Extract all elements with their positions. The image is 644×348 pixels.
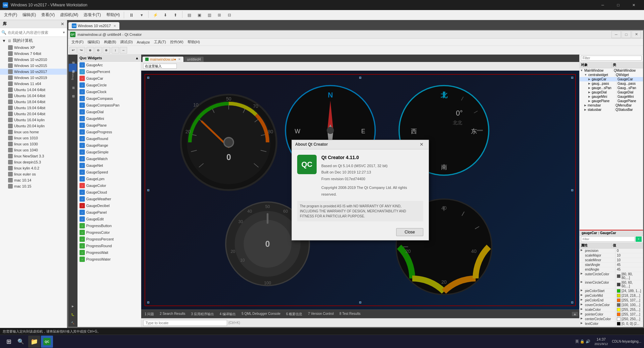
left-icon-edit[interactable]: 编辑 (69, 55, 77, 63)
widget-item[interactable]: ○ProgressButton (77, 222, 141, 229)
widget-item[interactable]: ○GaugeCircle (77, 82, 141, 88)
prop-row[interactable]: ▶pointerColor[255, 107,...] (580, 312, 643, 317)
vm-tree-item[interactable]: linux uos 1010 (0, 135, 67, 141)
tree-root[interactable]: ▼ 🖥 我的计算机 (0, 37, 67, 45)
prop-row[interactable]: ▶pieColorMid[218, 218,...] (580, 293, 643, 298)
vm-tree-item[interactable]: Windows 11 x64 (0, 81, 67, 87)
toolbar-btn-2[interactable]: ↪ (77, 47, 85, 54)
widget-item[interactable]: ○GaugeWeather (77, 196, 141, 202)
vm-tree-item[interactable]: mac 10.14 (0, 177, 67, 183)
widget-item[interactable]: ○ProgressPercent (77, 236, 141, 242)
prop-row[interactable]: endAngle45 (580, 267, 643, 272)
right-tree-row[interactable]: ▶gaugeMiniGaugeMini (580, 94, 643, 99)
widget-panel-collapse[interactable]: ▲ (135, 56, 139, 60)
qt-menu-controls[interactable]: 控件(W) (168, 39, 185, 45)
widget-item[interactable]: ○GaugeCompassPan (77, 102, 141, 109)
menu-file[interactable]: 文件(F) (1, 11, 20, 19)
widget-item[interactable]: ○GaugeCar (77, 75, 141, 82)
toolbar-btn-7[interactable]: ↔ (120, 47, 127, 54)
vm-tree-item[interactable]: Windows 10 vs2010 (0, 57, 67, 63)
widget-item[interactable]: ○GaugeCompass (77, 95, 141, 102)
vm-tree-item[interactable]: Ubuntu 16.04 64bit (0, 93, 67, 99)
vm-tree-item[interactable]: linux kylin 4.0.2 (0, 165, 67, 171)
qt-menu-file[interactable]: 文件(F) (69, 39, 86, 45)
bottom-tab[interactable]: 5 QML Debugger Console (239, 311, 283, 317)
widget-item[interactable]: ○GaugeEdit (77, 216, 141, 222)
prop-row[interactable]: ▶innerCircleColor[60, 60, 60,...] (580, 280, 643, 289)
widget-item[interactable]: ○GaugeCloud (77, 189, 141, 196)
restore-button[interactable]: □ (610, 0, 626, 10)
prop-row[interactable]: ▶textColor[0, 0, 0] (2... (580, 322, 643, 326)
left-icon-run[interactable]: ▶ (69, 302, 77, 310)
widget-item[interactable]: ○GaugePlane (77, 122, 141, 129)
vm-tree-item[interactable]: linux NewStart 3.3 (0, 153, 67, 159)
right-filter-input[interactable] (581, 56, 642, 61)
vm-tree-item[interactable]: Ubuntu 16.04 kylin (0, 117, 67, 123)
vm-tree-item[interactable]: mac 10.15 (0, 183, 67, 189)
start-button[interactable]: ⊞ (3, 336, 15, 348)
vm-tree-item[interactable]: Windows XP (0, 45, 67, 51)
bottom-tab[interactable]: 1 问题 (142, 311, 157, 317)
right-tree-row[interactable]: ▶gaugeCarGaugeCar (580, 77, 643, 81)
taskbar-file-explorer[interactable]: 📁 (28, 336, 40, 348)
widget-item[interactable]: ○GaugeColor (77, 182, 141, 189)
right-tree-row[interactable]: ▶gauge...sPanGaug...sPan (580, 86, 643, 90)
sidebar-search-input[interactable] (8, 30, 62, 34)
vm-tab[interactable]: VM Windows 10 vs2017 ✕ (68, 22, 119, 29)
menu-tabs[interactable]: 选项卡(T) (81, 11, 103, 19)
left-icon-help[interactable]: 帮助 (69, 89, 77, 97)
toolbar-btn-3[interactable]: ⊕ (87, 47, 94, 54)
right-tree-row[interactable]: ▶menubarQMenuBar (580, 103, 643, 108)
upload-button[interactable]: ⬆ (171, 11, 180, 19)
left-icon-debug[interactable]: Debug (69, 72, 77, 80)
qt-restore-btn[interactable]: □ (622, 31, 631, 38)
widget-item[interactable]: ○GaugeDial (77, 109, 141, 115)
left-icon-design[interactable]: 设计 (69, 64, 77, 72)
widget-item[interactable]: ○GaugeProgress (77, 129, 141, 135)
toolbar-dropdown[interactable]: ▼ (137, 11, 146, 19)
prop-row[interactable]: ▶centerCircleColor[250, 250,...] (580, 317, 643, 322)
widget-item[interactable]: ○GaugeArc (77, 62, 141, 68)
widget-item[interactable]: ○ProgressColor (77, 229, 141, 236)
qt-menu-build[interactable]: 构建(B) (102, 39, 118, 45)
bottom-tab[interactable]: 6 概要信息 (283, 311, 305, 317)
left-icon-debug-run[interactable]: 🐛 (69, 310, 77, 319)
close-button[interactable]: ✕ (626, 0, 641, 10)
vm-tree-item[interactable]: Ubuntu 19.04 64bit (0, 105, 67, 111)
widget-item[interactable]: ○ProgressWater (77, 256, 141, 263)
menu-help[interactable]: 帮助(H) (104, 11, 123, 19)
right-tree-row[interactable]: ▶statusbarQStatusBar (580, 108, 643, 112)
right-tree-row[interactable]: ▶gaugeDialGaugeDial (580, 90, 643, 94)
minimize-button[interactable]: ─ (595, 0, 610, 10)
widget-item[interactable]: ○GaugeRange (77, 142, 141, 149)
prop-row[interactable]: ▶precision0 (580, 249, 643, 253)
bottom-tab[interactable]: 4 编译输出 (217, 311, 238, 317)
toolbar-btn-5[interactable]: ⊗ (103, 47, 110, 54)
left-icon-build[interactable]: 🔨 (69, 319, 77, 327)
prop-row[interactable]: showOverlay✓ (580, 326, 643, 327)
vm-tree-item[interactable]: linux uos 1040 (0, 147, 67, 153)
vm-tree-item[interactable]: Windows 10 vs2017 (0, 69, 67, 75)
download-button[interactable]: ⬇ (161, 11, 170, 19)
widget-item[interactable]: ○GaugePercent (77, 68, 141, 75)
right-tree-row[interactable]: ▼MainWindowQMainWindow (580, 68, 643, 73)
menu-edit[interactable]: 编辑(E) (20, 11, 39, 19)
pause-button[interactable]: ⏸ (127, 11, 136, 19)
prop-row[interactable]: ▶scaleColor[255, 255,...] (580, 307, 643, 312)
vm-tree-item[interactable]: Windows 10 vs2015 (0, 63, 67, 69)
sidebar-close[interactable]: ✕ (61, 22, 64, 26)
widget-item[interactable]: ○GaugePanel (77, 209, 141, 216)
widget-item[interactable]: ○GaugeLpm (77, 176, 141, 182)
layout2-button[interactable]: ▣ (195, 11, 204, 19)
bottom-tab[interactable]: 8 Test Results (337, 311, 363, 317)
design-canvas[interactable]: 0 10 20 50 70 80 (141, 71, 579, 309)
locate-input[interactable] (143, 320, 227, 326)
file-tab-mainwindow[interactable]: mainwindow.ui● ✕ (143, 57, 183, 62)
right-tree-row[interactable]: ▶gaugePlaneGaugePlane (580, 99, 643, 103)
vm-tree-item[interactable]: Windows 7 64bit (0, 51, 67, 57)
left-icon-project[interactable]: 项目 (69, 80, 77, 88)
widget-item[interactable]: ○GaugeSpeed (77, 169, 141, 176)
vm-tree-item[interactable]: Ubuntu 18.04 64bit (0, 99, 67, 105)
right-tree-row[interactable]: ▼centralwidgetQWidget (580, 73, 643, 77)
vm-tree-item[interactable]: linux uos 1030 (0, 141, 67, 147)
